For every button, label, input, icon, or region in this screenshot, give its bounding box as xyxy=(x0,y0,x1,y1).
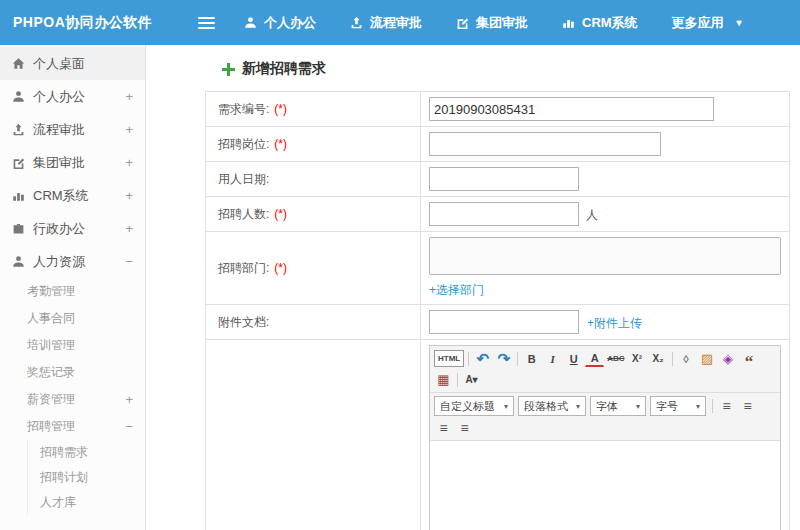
sidebar-item-label: 招聘管理 xyxy=(27,418,123,435)
home-icon xyxy=(12,57,33,70)
required-mark: (*) xyxy=(274,207,287,221)
sidebar-item-crm[interactable]: CRM系统 + xyxy=(0,179,145,212)
department-textarea[interactable] xyxy=(429,237,781,275)
expand-icon[interactable]: + xyxy=(123,122,133,137)
strikethrough-button[interactable]: ABC xyxy=(606,349,625,368)
table-row: 招聘人数:(*) 人 xyxy=(206,197,790,232)
recruit-demand-form: 需求编号:(*) 招聘岗位:(*) 用人日期: xyxy=(205,91,790,530)
align-justify-icon[interactable]: ≡ xyxy=(455,418,474,437)
italic-button[interactable]: I xyxy=(543,349,562,368)
redo-icon[interactable]: ↷ xyxy=(494,349,513,368)
sidebar-item-label: 培训管理 xyxy=(27,337,123,354)
table-icon[interactable]: ▦ xyxy=(434,370,453,389)
highlight-color-icon[interactable]: ◈ xyxy=(719,349,738,368)
sidebar-item-recruit-demand[interactable]: 招聘需求 xyxy=(28,440,145,465)
field-value-cell: HTML ↶ ↷ B I U A ABC X² X₂ xyxy=(421,340,790,530)
underline-button[interactable]: U xyxy=(564,349,583,368)
caret-down-icon: ▾ xyxy=(504,402,508,411)
sidebar: 个人桌面 个人办公 + 流程审批 + 集团审批 + xyxy=(0,45,146,530)
sidebar-item-recruit-plan[interactable]: 招聘计划 xyxy=(28,465,145,490)
align-right-icon[interactable]: ≡ xyxy=(434,418,453,437)
toolbar-separator xyxy=(712,399,713,413)
nav-personal-office[interactable]: 个人办公 xyxy=(227,0,333,45)
align-center-icon[interactable]: ≡ xyxy=(738,397,757,416)
font-color-button[interactable]: A xyxy=(585,350,604,367)
select-value: 自定义标题 xyxy=(440,399,495,414)
select-department-link[interactable]: +选择部门 xyxy=(429,283,484,297)
select-value: 字号 xyxy=(656,399,678,414)
hire-date-input[interactable] xyxy=(429,167,579,191)
expand-icon[interactable]: + xyxy=(123,188,133,203)
nav-label: 个人办公 xyxy=(264,14,316,32)
align-left-icon[interactable]: ≡ xyxy=(717,397,736,416)
toolbar-separator xyxy=(468,352,469,366)
briefcase-icon xyxy=(12,222,33,235)
sidebar-item-group-approval[interactable]: 集团审批 + xyxy=(0,146,145,179)
headcount-input[interactable] xyxy=(429,202,579,226)
recruit-submenu: 招聘需求 招聘计划 人才库 xyxy=(27,440,145,515)
format-brush-icon[interactable]: ▨ xyxy=(698,349,717,368)
rich-text-editor: HTML ↶ ↷ B I U A ABC X² X₂ xyxy=(429,345,781,530)
hr-submenu: 考勤管理 人事合同 培训管理 奖惩记录 薪资管理 + 招聘管理 − xyxy=(0,278,145,515)
html-source-button[interactable]: HTML xyxy=(434,350,464,367)
nav-crm-system[interactable]: CRM系统 xyxy=(545,0,655,45)
font-family-select[interactable]: 字体▾ xyxy=(590,396,646,416)
collapse-icon[interactable]: − xyxy=(123,254,133,269)
sidebar-item-hr-contract[interactable]: 人事合同 xyxy=(0,305,145,332)
sidebar-item-workflow-approval[interactable]: 流程审批 + xyxy=(0,113,145,146)
caret-down-icon: ▾ xyxy=(696,402,700,411)
nav-group-approval[interactable]: 集团审批 xyxy=(439,0,545,45)
expand-icon[interactable]: + xyxy=(123,89,133,104)
sidebar-item-desktop[interactable]: 个人桌面 xyxy=(0,47,145,80)
field-label-cell: 招聘岗位:(*) xyxy=(206,127,421,162)
table-row: 招聘岗位:(*) xyxy=(206,127,790,162)
sidebar-item-training[interactable]: 培训管理 xyxy=(0,332,145,359)
field-label-cell: 附件文档: xyxy=(206,305,421,340)
editor-content-area[interactable] xyxy=(430,441,780,530)
font-size-icon[interactable]: A▾ xyxy=(462,370,481,389)
sidebar-item-label: 个人桌面 xyxy=(33,55,123,73)
field-value-cell: +选择部门 xyxy=(421,232,790,305)
subscript-button[interactable]: X₂ xyxy=(649,349,668,368)
expand-icon[interactable]: + xyxy=(123,221,133,236)
nav-workflow-approval[interactable]: 流程审批 xyxy=(333,0,439,45)
sidebar-item-admin-office[interactable]: 行政办公 + xyxy=(0,212,145,245)
bold-button[interactable]: B xyxy=(522,349,541,368)
superscript-button[interactable]: X² xyxy=(628,349,647,368)
sidebar-item-label: 招聘需求 xyxy=(40,444,133,461)
required-mark: (*) xyxy=(274,137,287,151)
toolbar-separator xyxy=(672,352,673,366)
sidebar-item-reward-punishment[interactable]: 奖惩记录 xyxy=(0,359,145,386)
blockquote-icon[interactable]: “ xyxy=(740,349,759,368)
nav-more-apps[interactable]: 更多应用 ▾ xyxy=(655,0,759,45)
app-logo[interactable]: PHPOA协同办公软件 xyxy=(0,14,168,32)
position-input[interactable] xyxy=(429,132,661,156)
caret-down-icon: ▾ xyxy=(576,402,580,411)
sidebar-item-personal-office[interactable]: 个人办公 + xyxy=(0,80,145,113)
sidebar-item-salary[interactable]: 薪资管理 + xyxy=(0,386,145,413)
expand-icon[interactable]: + xyxy=(123,155,133,170)
nav-label: 更多应用 xyxy=(672,14,724,32)
attachment-upload-link[interactable]: +附件上传 xyxy=(587,316,642,330)
custom-heading-select[interactable]: 自定义标题▾ xyxy=(434,396,514,416)
req-no-input[interactable] xyxy=(429,97,714,121)
add-icon xyxy=(222,63,235,76)
field-value-cell xyxy=(421,92,790,127)
sidebar-item-hr[interactable]: 人力资源 − xyxy=(0,245,145,278)
undo-icon[interactable]: ↶ xyxy=(473,349,492,368)
font-size-select[interactable]: 字号▾ xyxy=(650,396,706,416)
collapse-icon[interactable]: − xyxy=(123,419,133,434)
workflow-icon xyxy=(350,16,363,29)
field-label-cell: 招聘部门:(*) xyxy=(206,232,421,305)
expand-icon[interactable]: + xyxy=(123,392,133,407)
sidebar-item-recruit-mgmt[interactable]: 招聘管理 − xyxy=(0,413,145,440)
sidebar-item-talent-pool[interactable]: 人才库 xyxy=(28,490,145,515)
caret-down-icon: ▾ xyxy=(737,17,742,28)
eraser-icon[interactable]: ◊ xyxy=(677,349,696,368)
attachment-input[interactable] xyxy=(429,310,579,334)
menu-toggle-icon[interactable] xyxy=(198,17,215,29)
sidebar-item-attendance[interactable]: 考勤管理 xyxy=(0,278,145,305)
paragraph-format-select[interactable]: 段落格式▾ xyxy=(518,396,586,416)
sidebar-item-label: 人才库 xyxy=(40,494,133,511)
sidebar-item-label: 招聘计划 xyxy=(40,469,133,486)
